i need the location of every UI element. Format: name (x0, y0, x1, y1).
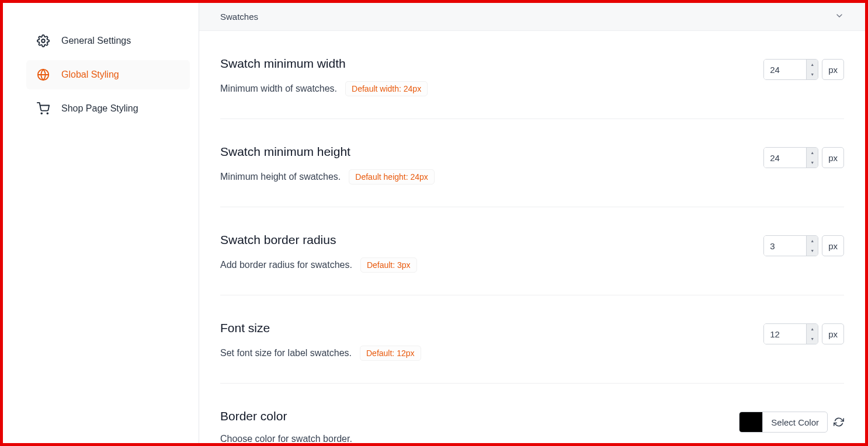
unit-label: px (822, 235, 844, 256)
settings-body: Swatch minimum width Minimum width of sw… (199, 31, 865, 443)
swatch-border-radius-input[interactable] (764, 236, 806, 256)
setting-desc: Minimum width of swatches. (220, 83, 337, 94)
setting-title: Swatch minimum height (220, 145, 746, 159)
setting-desc: Set font size for label swatches. (220, 348, 352, 358)
stepper-up-icon[interactable]: ▲ (807, 236, 818, 246)
setting-row-swatch-border-radius: Swatch border radius Add border radius f… (220, 207, 844, 295)
setting-title: Swatch minimum width (220, 57, 746, 71)
setting-row-swatch-min-width: Swatch minimum width Minimum width of sw… (220, 31, 844, 119)
svg-point-4 (47, 113, 48, 114)
setting-desc: Choose color for swatch border. (220, 434, 352, 443)
swatch-min-width-input[interactable] (764, 60, 806, 79)
setting-row-font-size: Font size Set font size for label swatch… (220, 295, 844, 384)
number-input[interactable]: ▲ ▼ (763, 147, 818, 168)
setting-title: Font size (220, 321, 746, 335)
sidebar-item-label: General Settings (61, 36, 131, 46)
section-title: Swatches (220, 12, 258, 22)
font-size-input[interactable] (764, 324, 806, 344)
color-picker[interactable]: Select Color (739, 412, 828, 433)
number-input[interactable]: ▲ ▼ (763, 59, 818, 80)
stepper-up-icon[interactable]: ▲ (807, 324, 818, 334)
color-swatch[interactable] (739, 412, 763, 432)
sidebar-item-global-styling[interactable]: Global Styling (26, 60, 190, 89)
setting-row-border-color: Border color Choose color for swatch bor… (220, 384, 844, 443)
chevron-down-icon (835, 11, 844, 22)
number-input[interactable]: ▲ ▼ (763, 235, 818, 256)
svg-point-3 (41, 113, 42, 114)
default-badge: Default height: 24px (349, 169, 435, 184)
sidebar-item-shop-page-styling[interactable]: Shop Page Styling (26, 94, 190, 123)
setting-title: Border color (220, 409, 721, 423)
stepper-down-icon[interactable]: ▼ (807, 69, 818, 79)
default-badge: Default: 12px (360, 346, 421, 361)
setting-row-swatch-min-height: Swatch minimum height Minimum height of … (220, 119, 844, 207)
gear-icon (37, 34, 50, 47)
cart-icon (37, 102, 50, 115)
section-header[interactable]: Swatches (199, 3, 865, 31)
unit-label: px (822, 323, 844, 344)
default-badge: Default: 3px (360, 257, 417, 273)
stepper-down-icon[interactable]: ▼ (807, 246, 818, 256)
reset-color-button[interactable] (834, 417, 844, 427)
globe-icon (37, 68, 50, 81)
sidebar-item-label: Global Styling (61, 69, 119, 80)
swatch-min-height-input[interactable] (764, 148, 806, 168)
sidebar-item-label: Shop Page Styling (61, 103, 138, 114)
setting-desc: Minimum height of swatches. (220, 172, 341, 182)
stepper-up-icon[interactable]: ▲ (807, 60, 818, 69)
select-color-button[interactable]: Select Color (763, 412, 827, 432)
setting-desc: Add border radius for swatches. (220, 260, 352, 270)
stepper-down-icon[interactable]: ▼ (807, 158, 818, 168)
number-input[interactable]: ▲ ▼ (763, 323, 818, 344)
unit-label: px (822, 147, 844, 168)
main-panel: Swatches Swatch minimum width Minimum wi… (199, 3, 865, 443)
unit-label: px (822, 59, 844, 80)
stepper-up-icon[interactable]: ▲ (807, 148, 818, 158)
stepper-down-icon[interactable]: ▼ (807, 334, 818, 344)
svg-point-0 (41, 39, 45, 43)
sidebar: General Settings Global Styling Shop Pag… (3, 3, 199, 443)
refresh-icon (834, 417, 844, 427)
setting-title: Swatch border radius (220, 233, 746, 247)
default-badge: Default width: 24px (345, 81, 428, 96)
sidebar-item-general-settings[interactable]: General Settings (26, 26, 190, 55)
